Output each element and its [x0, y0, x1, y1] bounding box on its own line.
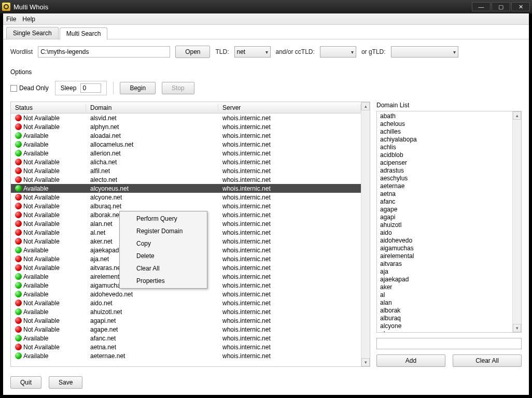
table-row[interactable]: Availableahuizotl.netwhois.internic.net — [11, 307, 361, 316]
list-item[interactable]: aja — [380, 268, 509, 276]
not-available-icon — [15, 203, 22, 209]
dead-only-checkbox[interactable]: Dead Only — [10, 84, 49, 92]
status-text: Not Available — [23, 326, 60, 333]
table-row[interactable]: Not Availableagapi.netwhois.internic.net — [11, 316, 361, 325]
server-text: whois.internic.net — [220, 211, 361, 219]
scroll-up-icon[interactable]: ▴ — [361, 102, 370, 110]
col-domain[interactable]: Domain — [86, 104, 218, 111]
list-item[interactable]: aeternae — [380, 182, 509, 190]
list-item[interactable]: aidohevedo — [380, 237, 509, 245]
table-row[interactable]: Not Availableagape.netwhois.internic.net — [11, 325, 361, 334]
list-item[interactable]: ajaekapad — [380, 276, 509, 283]
list-item[interactable]: al — [380, 291, 509, 299]
save-button[interactable]: Save — [49, 376, 82, 389]
menu-copy[interactable]: Copy — [121, 237, 206, 250]
add-button[interactable]: Add — [376, 354, 445, 367]
list-item[interactable]: achilles — [380, 128, 509, 136]
table-row[interactable]: Not Availableaetna.netwhois.internic.net — [11, 343, 361, 351]
list-item[interactable]: achlis — [380, 144, 509, 151]
list-item[interactable]: alborak — [380, 307, 509, 315]
list-item[interactable]: aigamuchas — [380, 245, 509, 252]
table-row[interactable]: Availableallerion.netwhois.internic.net — [11, 149, 361, 158]
list-item[interactable]: airelemental — [380, 252, 509, 260]
open-button[interactable]: Open — [175, 46, 210, 58]
scroll-down-icon[interactable]: ▾ — [513, 324, 521, 332]
stop-button[interactable]: Stop — [162, 82, 194, 94]
tab-multi-search[interactable]: Multi Search — [60, 27, 108, 39]
list-item[interactable]: acipenser — [380, 159, 509, 167]
not-available-icon — [15, 176, 22, 183]
close-button[interactable]: ✕ — [511, 2, 530, 11]
table-row[interactable]: Availableaeternae.netwhois.internic.net — [11, 351, 361, 360]
list-item[interactable]: aitvaras — [380, 260, 509, 268]
server-text: whois.internic.net — [220, 115, 361, 122]
list-item[interactable]: alan — [380, 299, 509, 307]
menu-clear-all[interactable]: Clear All — [121, 262, 206, 275]
table-row[interactable]: Not Availablealicha.netwhois.internic.ne… — [11, 158, 361, 166]
domain-list-title: Domain List — [376, 102, 522, 109]
menu-properties[interactable]: Properties — [121, 275, 206, 287]
domain-add-input[interactable] — [376, 338, 522, 349]
table-row[interactable]: Not Availablealfil.netwhois.internic.net — [11, 166, 361, 175]
scroll-down-icon[interactable]: ▾ — [361, 358, 370, 366]
begin-button[interactable]: Begin — [120, 82, 156, 94]
table-row[interactable]: Not Availablealcyone.netwhois.internic.n… — [11, 193, 361, 202]
menu-perform-query[interactable]: Perform Query — [121, 212, 206, 225]
table-row[interactable]: Availableaidohevedo.netwhois.internic.ne… — [11, 290, 361, 298]
list-item[interactable]: agape — [380, 206, 509, 214]
tld-select[interactable]: net — [234, 46, 271, 58]
wordlist-input[interactable] — [38, 46, 170, 58]
list-item[interactable]: aeschylus — [380, 175, 509, 182]
menu-delete[interactable]: Delete — [121, 250, 206, 262]
available-icon — [15, 150, 22, 157]
tab-single-search[interactable]: Single Search — [6, 27, 59, 39]
minimize-button[interactable]: — — [472, 2, 491, 11]
table-row[interactable]: Availablealoadai.netwhois.internic.net — [11, 131, 361, 140]
list-item[interactable]: adrastus — [380, 167, 509, 175]
list-item[interactable]: alcyoneus — [380, 330, 509, 332]
table-row[interactable]: Not Availablealburaq.netwhois.internic.n… — [11, 202, 361, 210]
menu-register-domain[interactable]: Register Domain — [121, 225, 206, 237]
gtld-select[interactable] — [391, 46, 458, 58]
table-row[interactable]: Availableallocamelus.netwhois.internic.n… — [11, 140, 361, 149]
sleep-label: Sleep — [61, 84, 77, 92]
quit-button[interactable]: Quit — [10, 376, 41, 389]
list-item[interactable]: abath — [380, 112, 509, 120]
list-item[interactable]: alcyone — [380, 322, 509, 330]
available-icon — [15, 141, 22, 148]
table-row[interactable]: Not Availableaido.netwhois.internic.net — [11, 298, 361, 307]
menu-file[interactable]: File — [6, 16, 16, 23]
clear-all-button[interactable]: Clear All — [453, 354, 522, 367]
server-text: whois.internic.net — [220, 255, 361, 263]
not-available-icon — [15, 220, 22, 227]
list-item[interactable]: aker — [380, 283, 509, 291]
list-item[interactable]: acidblob — [380, 151, 509, 159]
list-item[interactable]: alburaq — [380, 315, 509, 322]
sleep-input[interactable] — [80, 83, 101, 93]
status-text: Not Available — [23, 317, 60, 324]
results-scrollbar[interactable]: ▴ ▾ — [361, 102, 370, 366]
domain-list-scrollbar[interactable]: ▴ ▾ — [512, 111, 521, 332]
domain-text: alphyn.net — [88, 123, 220, 131]
table-row[interactable]: Not Availablealsvid.netwhois.internic.ne… — [11, 113, 361, 122]
domain-list[interactable]: abathachelousachillesachiyalabopaachlisa… — [377, 111, 512, 332]
maximize-button[interactable]: ▢ — [492, 2, 510, 11]
table-row[interactable]: Not Availablealphyn.netwhois.internic.ne… — [11, 122, 361, 131]
dead-only-label: Dead Only — [19, 84, 49, 92]
table-row[interactable]: Availablealcyoneus.netwhois.internic.net — [11, 184, 361, 193]
col-server[interactable]: Server — [218, 104, 361, 111]
list-item[interactable]: afanc — [380, 198, 509, 206]
col-status[interactable]: Status — [11, 104, 86, 111]
list-item[interactable]: aetna — [380, 190, 509, 198]
table-row[interactable]: Availableafanc.netwhois.internic.net — [11, 334, 361, 343]
list-item[interactable]: agapi — [380, 214, 509, 221]
list-item[interactable]: achelous — [380, 120, 509, 128]
scroll-up-icon[interactable]: ▴ — [513, 111, 521, 120]
cctld-select[interactable] — [320, 46, 356, 58]
list-item[interactable]: aido — [380, 229, 509, 237]
list-item[interactable]: achiyalabopa — [380, 136, 509, 144]
domain-text: alfil.net — [88, 167, 220, 175]
table-row[interactable]: Not Availablealecto.netwhois.internic.ne… — [11, 175, 361, 184]
menu-help[interactable]: Help — [22, 16, 35, 23]
list-item[interactable]: ahuizotl — [380, 221, 509, 229]
